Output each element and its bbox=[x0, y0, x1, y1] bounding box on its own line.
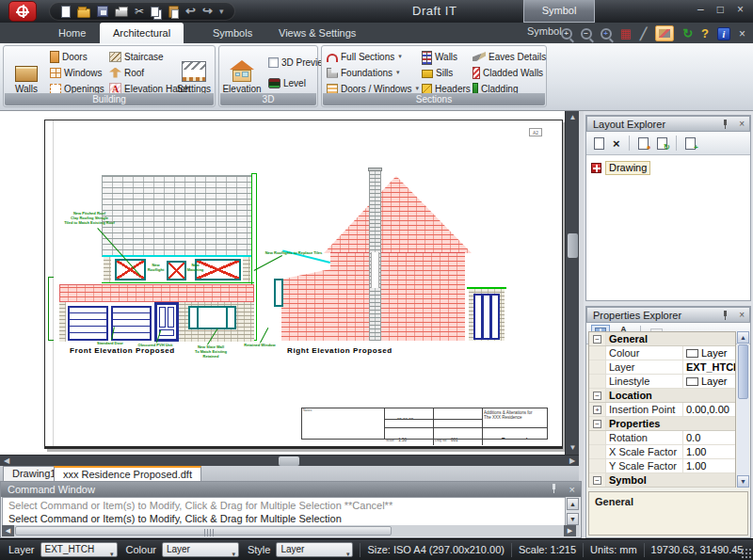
category-general[interactable]: − General bbox=[589, 332, 735, 346]
scroll-up-icon[interactable]: ▲ bbox=[737, 331, 749, 344]
info-icon[interactable]: i bbox=[717, 27, 730, 40]
pin-icon[interactable] bbox=[550, 484, 558, 493]
layer-dropdown[interactable]: EXT_HTCH▾ bbox=[40, 542, 118, 557]
properties-explorer-titlebar[interactable]: Properties Explorer × bbox=[586, 307, 750, 323]
app-logo-icon[interactable] bbox=[8, 1, 37, 22]
section-walls-button[interactable]: Walls bbox=[422, 49, 457, 64]
collapse-icon[interactable]: − bbox=[593, 335, 601, 344]
settings-button[interactable]: Settings bbox=[173, 48, 215, 95]
collapse-icon[interactable]: − bbox=[593, 420, 601, 428]
layout-close-icon[interactable]: × bbox=[739, 120, 745, 129]
foundations-button[interactable]: Foundations▾ bbox=[327, 65, 400, 80]
expand-icon[interactable]: + bbox=[593, 406, 601, 414]
colour-dropdown[interactable]: Layer▾ bbox=[162, 542, 239, 557]
elevation-button[interactable]: Elevation bbox=[221, 48, 263, 95]
front-window-upper-left[interactable] bbox=[115, 259, 146, 280]
pin-icon[interactable] bbox=[721, 120, 729, 129]
help-icon[interactable]: ? bbox=[701, 26, 709, 40]
command-horizontal-scrollbar[interactable]: ◀ ▶ bbox=[2, 525, 580, 536]
scroll-right-icon[interactable]: ▶ bbox=[564, 525, 576, 536]
minimize-button[interactable]: – bbox=[697, 3, 704, 16]
garage-door-left[interactable] bbox=[68, 306, 108, 341]
annotation-upper-a[interactable]: New Rooflight bbox=[146, 263, 166, 272]
command-vertical-scrollbar[interactable]: ▲ ▼ bbox=[566, 497, 580, 526]
tab-home[interactable]: Home bbox=[45, 23, 99, 43]
category-properties[interactable]: − Properties bbox=[589, 417, 735, 431]
collapse-icon[interactable]: − bbox=[593, 476, 601, 485]
copy-icon[interactable] bbox=[151, 7, 159, 17]
garage-door-right[interactable] bbox=[111, 306, 152, 341]
refresh-icon[interactable]: ↻ bbox=[682, 26, 693, 40]
resize-grip[interactable] bbox=[742, 549, 751, 558]
scroll-up-icon[interactable]: ▲ bbox=[567, 498, 579, 510]
dimension-line[interactable] bbox=[48, 277, 54, 341]
canvas-vertical-scrollbar[interactable]: ▲ ▼ bbox=[565, 111, 579, 455]
walls-button[interactable]: Walls bbox=[6, 48, 47, 95]
scroll-down-icon[interactable]: ▼ bbox=[566, 441, 580, 455]
properties-close-icon[interactable]: × bbox=[739, 311, 745, 320]
paste-icon[interactable] bbox=[168, 6, 179, 18]
annotation-roof-note[interactable]: New Pitched Roof Clay Roofing Shingle Ti… bbox=[58, 211, 120, 225]
sills-button[interactable]: Sills bbox=[422, 65, 453, 80]
drawing-canvas[interactable]: A2 New Rooflight New Matching bbox=[0, 111, 565, 455]
doors-button[interactable]: Doors bbox=[50, 49, 88, 64]
front-roof[interactable] bbox=[102, 175, 253, 257]
cut-icon[interactable]: ✂ bbox=[135, 4, 144, 19]
redo-icon[interactable]: ↪ bbox=[202, 4, 213, 19]
layout-item-drawing[interactable]: Drawing bbox=[591, 161, 745, 175]
new-document-icon[interactable] bbox=[61, 6, 71, 18]
right-elevation-label[interactable]: Right Elevation Proposed bbox=[287, 346, 393, 355]
add-layout-icon[interactable]: + bbox=[685, 137, 696, 150]
undo-icon[interactable]: ↩ bbox=[185, 4, 196, 19]
tab-symbols[interactable]: Symbols bbox=[200, 23, 265, 43]
close-button[interactable]: × bbox=[737, 3, 744, 16]
category-location[interactable]: − Location bbox=[589, 389, 735, 403]
qat-more-icon[interactable]: ▾ bbox=[219, 7, 224, 16]
zoom-out-icon[interactable]: − bbox=[581, 28, 592, 40]
annotation-door[interactable]: Standard Door bbox=[95, 341, 125, 345]
annotation-window[interactable]: Retained Window bbox=[241, 343, 279, 347]
front-brick-band[interactable] bbox=[59, 284, 254, 302]
full-sections-button[interactable]: Full Sections▾ bbox=[327, 49, 402, 64]
properties-scroll-thumb[interactable] bbox=[738, 344, 748, 399]
grid-icon[interactable]: ▦ bbox=[620, 27, 632, 40]
snap-line-icon[interactable]: ╱ bbox=[640, 27, 647, 40]
scroll-down-icon[interactable]: ▼ bbox=[737, 475, 749, 488]
layout-explorer-titlebar[interactable]: Layout Explorer × bbox=[586, 116, 750, 132]
leanto-window[interactable] bbox=[274, 279, 283, 307]
level-button[interactable]: Level bbox=[268, 75, 306, 90]
front-floor-line[interactable] bbox=[102, 282, 254, 283]
annotation-pvh[interactable]: Obscured PVH Unit bbox=[137, 343, 173, 347]
front-pier-ground[interactable] bbox=[59, 302, 66, 342]
tab-views-settings[interactable]: Views & Settings bbox=[265, 23, 369, 43]
roof-button[interactable]: Roof bbox=[109, 65, 144, 80]
style-dropdown[interactable]: Layer▾ bbox=[276, 542, 353, 557]
scroll-left-icon[interactable]: ◀ bbox=[2, 525, 14, 536]
front-pier-left[interactable] bbox=[104, 257, 111, 282]
annotation-rooflights[interactable]: New Rooflights to Replace Tiles bbox=[260, 250, 328, 255]
right-gable-roof[interactable] bbox=[324, 176, 472, 253]
annotation-upper-b[interactable]: New Matching bbox=[185, 263, 205, 272]
command-window-titlebar[interactable]: Command Window × bbox=[1, 482, 581, 497]
eaves-details-button[interactable]: Eaves Details bbox=[473, 49, 546, 64]
front-window-upper-mid[interactable] bbox=[167, 261, 186, 280]
right-wall-body[interactable] bbox=[330, 252, 465, 341]
scroll-down-icon[interactable]: ▼ bbox=[567, 513, 579, 525]
chimney-cap[interactable] bbox=[368, 168, 382, 171]
category-symbol[interactable]: − Symbol bbox=[589, 473, 735, 488]
staircase-button[interactable]: Staircase bbox=[109, 49, 164, 64]
layout-properties-icon[interactable]: ● bbox=[638, 137, 649, 150]
properties-scrollbar[interactable]: ▲ ▼ bbox=[737, 331, 749, 488]
open-folder-icon[interactable] bbox=[77, 8, 90, 18]
save-icon[interactable] bbox=[97, 6, 108, 17]
zoom-in-icon[interactable]: + bbox=[561, 28, 572, 40]
command-log[interactable]: Select Command or Item(s) to Modify, Cli… bbox=[2, 497, 566, 526]
french-door[interactable] bbox=[473, 294, 500, 340]
pin-icon[interactable] bbox=[721, 311, 729, 320]
vertical-scroll-thumb[interactable] bbox=[568, 233, 578, 258]
refresh-layout-icon[interactable]: ↻ bbox=[657, 137, 667, 150]
ribbon-close-icon[interactable]: × bbox=[739, 27, 745, 40]
zoom-pan-icon[interactable]: + bbox=[601, 28, 612, 40]
front-elevation-label[interactable]: Front Elevation Proposed bbox=[70, 346, 175, 355]
tab-architectural[interactable]: Architectural bbox=[100, 23, 184, 43]
